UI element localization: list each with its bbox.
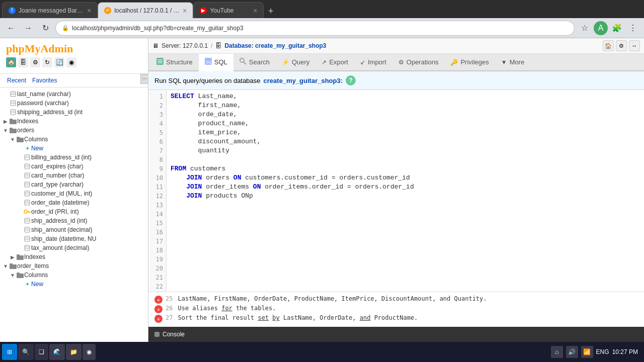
- tree-item-20[interactable]: ▼ Columns: [0, 270, 148, 280]
- pma-more-icon[interactable]: ◉: [66, 57, 76, 67]
- refresh-button[interactable]: ↻: [38, 21, 52, 35]
- tree-item-8[interactable]: card_expires (char): [0, 162, 148, 171]
- tree-item-13[interactable]: order_id (PRI, int): [0, 207, 148, 216]
- tree-item-11[interactable]: customer_id (MUL, int): [0, 189, 148, 198]
- tree-label-14: ship_address_id (int): [31, 217, 87, 224]
- svg-line-62: [244, 62, 246, 64]
- tree-icon-20: [16, 271, 24, 279]
- tree-label-1: password (varchar): [17, 100, 69, 107]
- tree-item-1[interactable]: password (varchar): [0, 99, 148, 108]
- tab-youtube[interactable]: ▶ YouTube ×: [193, 2, 264, 18]
- bookmark-button[interactable]: ☆: [578, 21, 592, 35]
- pma-header-icon3[interactable]: ↔: [629, 40, 640, 51]
- tree-item-10[interactable]: card_type (varchar): [0, 180, 148, 189]
- tree-label-8: card_expires (char): [31, 163, 83, 170]
- new-tab-button[interactable]: +: [264, 4, 278, 18]
- pma-quick-icons: 🏠 🗄 ⚙ ↻ 🔄 ◉: [6, 55, 76, 69]
- tree-label-4: orders: [17, 127, 34, 134]
- svg-rect-49: [17, 255, 24, 260]
- tree-arrow-20: ▼: [9, 273, 16, 278]
- svg-rect-6: [11, 110, 16, 115]
- tab-facebook[interactable]: f Joanie messaged Barangay Reco... ×: [2, 2, 98, 18]
- pma-tab-icon-operations: ⚙: [398, 59, 404, 66]
- tree-item-15[interactable]: ship_amount (decimal): [0, 225, 148, 234]
- profile-button[interactable]: A: [594, 21, 608, 35]
- pma-tab-more[interactable]: ▼More: [495, 54, 531, 71]
- tree-item-7[interactable]: billing_address_id (int): [0, 153, 148, 162]
- pma-tab-label-query: Query: [292, 58, 309, 66]
- console-bar[interactable]: Console: [148, 327, 644, 342]
- menu-button[interactable]: ⋮: [626, 21, 640, 35]
- back-button[interactable]: ←: [4, 21, 18, 35]
- tree-item-4[interactable]: ▼ orders: [0, 126, 148, 135]
- pma-home-icon[interactable]: 🏠: [6, 57, 16, 67]
- svg-rect-37: [25, 218, 30, 223]
- pma-settings-icon[interactable]: ⚙: [30, 57, 40, 67]
- line-num-12: 12: [148, 192, 166, 201]
- server-label: Server: 127.0.0.1: [162, 42, 208, 49]
- pma-tab-import[interactable]: ↙Import: [354, 54, 392, 71]
- line-num-22: 22: [148, 282, 166, 291]
- tree-arrow-4: ▼: [2, 128, 9, 133]
- pma-tabs: StructureSQLSQLSearch⚡Query↗Export↙Impor…: [148, 54, 644, 71]
- sidebar-recent[interactable]: Recent: [4, 76, 29, 85]
- pma-refresh-icon[interactable]: ↻: [42, 57, 52, 67]
- pma-tab-privileges[interactable]: 🔑Privileges: [444, 54, 495, 71]
- tree-item-12[interactable]: order_date (datetime): [0, 198, 148, 207]
- pma-header-icon2[interactable]: ⚙: [616, 40, 627, 51]
- tree-item-0[interactable]: last_name (varchar): [0, 89, 148, 99]
- tree-item-17[interactable]: tax_amount (decimal): [0, 243, 148, 252]
- pma-tab-search[interactable]: Search: [233, 54, 276, 71]
- tab-favicon-facebook: f: [9, 7, 16, 14]
- pma-tab-operations[interactable]: ⚙Operations: [392, 54, 445, 71]
- tree-item-19[interactable]: ▼ order_items: [0, 261, 148, 270]
- tree-label-18: Indexes: [24, 253, 45, 260]
- pma-tab-icon-more: ▼: [501, 59, 507, 66]
- sql-area: Run SQL query/queries on database create…: [148, 71, 644, 342]
- tree-label-6: New: [31, 145, 43, 152]
- tab-phpmyadmin[interactable]: P localhost / 127.0.0.1 / create_m... ×: [98, 2, 193, 18]
- line-num-17: 17: [148, 237, 166, 246]
- pma-tab-export[interactable]: ↗Export: [315, 54, 354, 71]
- tree-item-5[interactable]: ▼ Columns: [0, 135, 148, 144]
- line-num-13: 13: [148, 201, 166, 210]
- tab-bar: f Joanie messaged Barangay Reco... × P l…: [0, 0, 644, 18]
- sidebar-favorites[interactable]: Favorites: [29, 76, 60, 85]
- sql-db-link[interactable]: create_my_guitar_shop3:: [264, 77, 343, 84]
- pma-tab-sql[interactable]: SQLSQL: [199, 54, 233, 71]
- address-bar[interactable]: 🔒 localhost/phpmyadmin/db_sql.php?db=cre…: [55, 21, 575, 36]
- pma-db-icon[interactable]: 🗄: [18, 57, 28, 67]
- svg-text:SQL: SQL: [206, 60, 212, 64]
- hint-row-1: ✕26Use aliases for the tables.: [154, 305, 638, 313]
- tab-close-youtube[interactable]: ×: [253, 7, 257, 15]
- tree-icon-19: [9, 262, 17, 270]
- pma-sync-icon[interactable]: 🔄: [54, 57, 64, 67]
- tree-item-21[interactable]: ✦ New: [0, 280, 148, 289]
- sidebar-nav: Recent Favorites: [0, 74, 148, 87]
- tree-icon-7: [23, 153, 31, 161]
- tree-item-9[interactable]: card_number (char): [0, 171, 148, 180]
- tree-item-3[interactable]: ▶ Indexes: [0, 117, 148, 126]
- pma-tab-structure[interactable]: Structure: [150, 54, 199, 71]
- tree-item-18[interactable]: ▶ Indexes: [0, 252, 148, 261]
- svg-rect-11: [10, 129, 17, 133]
- code-content[interactable]: SELECT Last_name, first_name, orde_date,…: [167, 90, 644, 292]
- forward-button[interactable]: →: [21, 21, 35, 35]
- extensions-button[interactable]: 🧩: [610, 21, 624, 35]
- db-name-header: Database: create_my_guitar_shop3: [224, 42, 326, 49]
- tree-item-16[interactable]: ship_date (datetime, NU: [0, 234, 148, 243]
- sidebar-collapse-button[interactable]: ⋯: [140, 74, 148, 84]
- tree-icon-13: [23, 208, 31, 216]
- tree-item-2[interactable]: shipping_address_id (int: [0, 108, 148, 117]
- sql-help-button[interactable]: ?: [346, 75, 356, 85]
- tab-close-pma[interactable]: ×: [183, 7, 187, 15]
- pma-header-icon1[interactable]: 🏠: [603, 40, 614, 51]
- tree-item-14[interactable]: ship_address_id (int): [0, 216, 148, 225]
- browser-toolbar: ← → ↻ 🔒 localhost/phpmyadmin/db_sql.php?…: [0, 18, 644, 38]
- tab-label-pma: localhost / 127.0.0.1 / create_m...: [114, 7, 180, 14]
- tree-label-13: order_id (PRI, int): [31, 208, 79, 215]
- pma-tab-label-more: More: [510, 58, 525, 66]
- pma-tab-query[interactable]: ⚡Query: [276, 54, 315, 71]
- tab-close-facebook[interactable]: ×: [87, 7, 91, 15]
- tree-item-6[interactable]: ✦ New: [0, 144, 148, 153]
